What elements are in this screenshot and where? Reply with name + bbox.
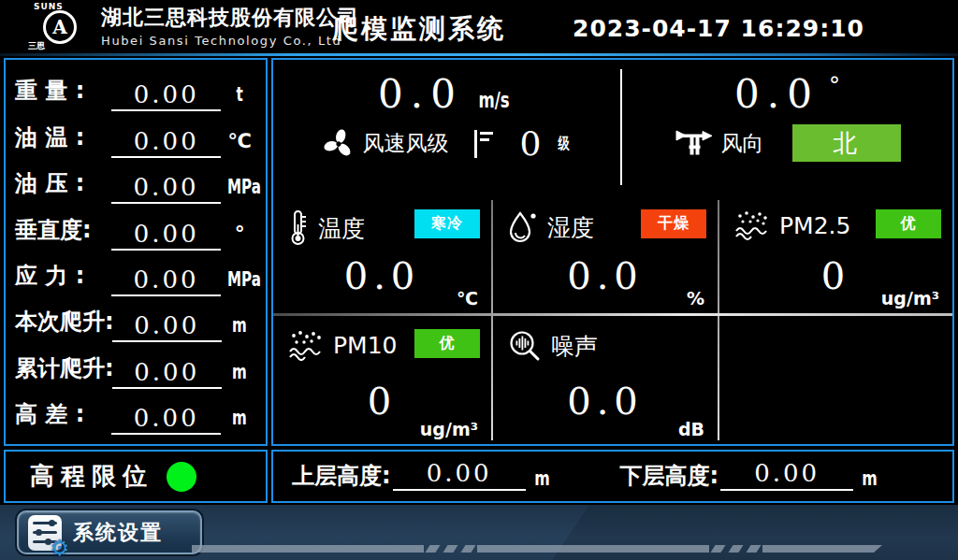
metric-value: 0.00 [111, 404, 221, 435]
metric-row-oil-pressure: 油 压 : 0.00 MPa [15, 158, 258, 204]
metric-unit: t [237, 83, 243, 106]
metric-label: 油 压 : [15, 168, 111, 204]
metric-row-total-climb: 累计爬升: 0.00 m [15, 342, 258, 388]
wind-direction-unit: ° [829, 73, 840, 99]
wind-level-value: 0 [520, 124, 542, 163]
sensor-label: 噪声 [551, 331, 598, 362]
dust-particles-icon [734, 209, 770, 241]
metric-unit: ℃ [221, 130, 258, 158]
metric-label: 垂直度: [15, 215, 111, 251]
humidity-drop-icon [508, 209, 538, 245]
upper-height-unit: m [534, 467, 550, 490]
wind-level-flag-icon [472, 127, 496, 161]
sensor-cell-pm10: PM10 优 0 ug/m³ [273, 316, 491, 444]
metric-unit: m [232, 407, 247, 429]
upper-height-field: 上层高度: 0.00 m [292, 459, 553, 495]
metric-unit: MPa [227, 176, 261, 198]
sensor-cell-noise: 噪声 0.0 dB [493, 316, 718, 444]
sensor-cell-temperature: 温度 寒冷 0.0 ℃ [273, 196, 491, 313]
sensor-unit: ug/m³ [420, 419, 478, 439]
system-settings-button[interactable]: ⚙ 系统设置 [17, 510, 202, 554]
pm10-status-badge: 优 [414, 329, 480, 358]
sensor-unit: ℃ [457, 288, 478, 309]
noise-meter-icon [508, 329, 542, 363]
elevation-limit-status-light [167, 462, 196, 492]
metric-value: 0.00 [111, 127, 221, 158]
metric-label: 本次爬升: [15, 307, 112, 342]
metric-unit: m [232, 361, 247, 383]
fan-icon [322, 127, 356, 161]
metric-label: 累计爬升: [15, 353, 112, 389]
elevation-limit-box: 高程限位 [4, 450, 268, 503]
wind-speed-unit: m/s [478, 88, 509, 112]
company-name-en: Hubei Sansi Technology Co., Ltd [101, 34, 359, 48]
upper-height-value: 0.00 [393, 459, 526, 491]
metric-value: 0.00 [111, 220, 221, 251]
metric-row-stress: 应 力 : 0.00 MPa [15, 251, 258, 296]
metric-value: 0.00 [111, 80, 221, 111]
lower-height-value: 0.00 [720, 459, 853, 491]
logo-cn-text: 三思 [28, 40, 45, 52]
metrics-panel: 重 量 : 0.00 t 油 温 : 0.00 ℃ 油 压 : 0.00 MPa… [4, 58, 268, 446]
metric-row-current-climb: 本次爬升: 0.00 m [15, 296, 258, 342]
company-name-cn: 湖北三思科技股份有限公司 [101, 4, 359, 32]
metric-value: 0.00 [111, 173, 221, 204]
wind-direction-block: 0.0 ° 风向 北 [622, 60, 952, 196]
sensor-unit: dB [678, 419, 704, 439]
elevation-limit-label: 高程限位 [30, 460, 153, 493]
metric-unit: m [232, 314, 247, 337]
wind-direction-button[interactable]: 北 [792, 124, 901, 162]
sensor-label: PM2.5 [779, 212, 850, 239]
metric-label: 油 温 : [15, 122, 111, 158]
metric-row-oil-temp: 油 温 : 0.00 ℃ [15, 111, 258, 157]
environment-panel: 0.0 m/s 风速风级 [271, 58, 954, 446]
footer-bar: ⚙ 系统设置 [0, 505, 958, 560]
pm25-status-badge: 优 [876, 209, 941, 238]
header: SUNS A 三思 湖北三思科技股份有限公司 Hubei Sansi Techn… [0, 0, 958, 53]
lower-height-field: 下层高度: 0.00 m [620, 459, 881, 495]
settings-button-label: 系统设置 [73, 519, 163, 547]
upper-height-label: 上层高度: [292, 461, 391, 495]
datetime-display: 2023-04-17 16:29:10 [573, 15, 864, 42]
sensor-unit: ug/m³ [881, 288, 939, 309]
metric-row-height-diff: 高 差 : 0.00 m [15, 389, 258, 435]
lower-height-unit: m [862, 467, 878, 490]
wind-vane-icon [675, 127, 714, 159]
metric-value: 0.00 [111, 266, 221, 296]
sensor-cell-pm25: PM2.5 优 0 ug/m³ [719, 196, 952, 313]
logo-ring-icon: A [43, 10, 77, 44]
wind-speed-block: 0.0 m/s 风速风级 [273, 60, 620, 196]
metric-label: 重 量 : [15, 76, 111, 111]
sensor-value: 0.0 [493, 254, 718, 297]
layer-height-box: 上层高度: 0.00 m 下层高度: 0.00 m [271, 450, 954, 503]
humidity-status-badge: 干燥 [641, 209, 706, 238]
sensor-unit: % [687, 288, 704, 309]
temperature-status-badge: 寒冷 [414, 209, 480, 238]
wind-direction-value: 0.0 [734, 71, 820, 117]
metric-value: 0.00 [112, 358, 222, 389]
sensor-grid: 温度 寒冷 0.0 ℃ 湿度 干燥 0.0 % [273, 196, 952, 444]
sliders-icon: ⚙ [28, 515, 62, 551]
metric-value: 0.00 [112, 311, 222, 342]
page-title: 爬模监测系统 [332, 11, 506, 47]
metric-unit: ° [235, 222, 245, 245]
sensor-label: PM10 [333, 332, 397, 359]
metric-row-verticality: 垂直度: 0.00 ° [15, 204, 258, 250]
metric-unit: MPa [227, 268, 261, 291]
footer-stripes-decoration [192, 545, 882, 553]
sensor-value: 0 [273, 380, 491, 423]
sensor-cell-humidity: 湿度 干燥 0.0 % [493, 196, 718, 313]
wind-direction-label: 风向 [721, 129, 764, 158]
sensor-value: 0.0 [493, 380, 718, 423]
gear-icon: ⚙ [50, 538, 69, 559]
metric-label: 高 差 : [15, 399, 111, 435]
wind-level-unit: 级 [559, 133, 570, 154]
sensor-label: 湿度 [547, 212, 594, 243]
company-logo: SUNS A 三思 [26, 1, 99, 52]
wind-speed-label: 风速风级 [363, 129, 449, 158]
thermometer-icon [288, 209, 309, 247]
wind-section: 0.0 m/s 风速风级 [273, 60, 952, 196]
dust-particles-icon [288, 329, 324, 361]
metric-label: 应 力 : [15, 261, 111, 296]
wind-speed-value: 0.0 [378, 71, 463, 117]
